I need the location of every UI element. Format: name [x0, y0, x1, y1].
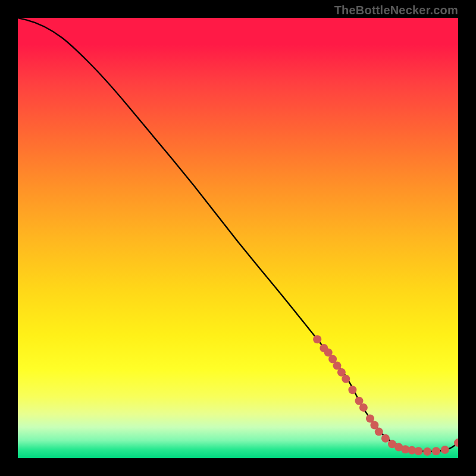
data-marker [423, 447, 431, 456]
data-marker [359, 403, 368, 412]
data-marker [414, 447, 422, 455]
data-marker [313, 335, 321, 343]
data-markers [313, 335, 458, 456]
data-marker [348, 386, 356, 394]
data-marker [342, 375, 350, 383]
data-marker [432, 447, 440, 455]
data-marker [381, 434, 390, 443]
curve-path [18, 18, 458, 452]
chart-svg [18, 18, 458, 458]
plot-area [18, 18, 458, 458]
data-marker [441, 446, 449, 454]
chart-frame: TheBottleNecker.com [0, 0, 476, 476]
watermark-text: TheBottleNecker.com [334, 4, 458, 17]
data-marker [375, 428, 383, 436]
